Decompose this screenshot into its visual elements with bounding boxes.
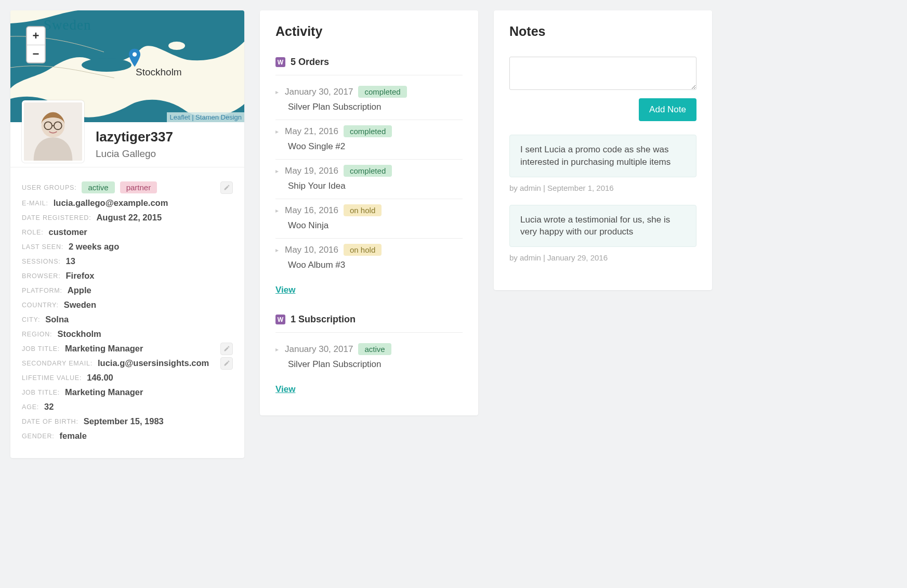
secemail-label: SECONDARY EMAIL: (22, 360, 93, 367)
jobtitle2-label: JOB TITLE: (22, 389, 60, 396)
order-item[interactable]: ▸January 30, 2017completedSilver Plan Su… (275, 81, 463, 120)
add-note-button[interactable]: Add Note (639, 98, 696, 121)
platform-label: PLATFORM: (22, 287, 62, 294)
subscriptions-header: W 1 Subscription (275, 314, 463, 333)
orders-list: ▸January 30, 2017completedSilver Plan Su… (275, 81, 463, 278)
dob-value: September 15, 1983 (84, 416, 164, 426)
note-item: I sent Lucia a promo code as she was int… (509, 135, 696, 177)
note-meta: by admin | September 1, 2016 (509, 184, 696, 192)
edit-jobtitle-icon[interactable] (220, 343, 233, 355)
woo-badge-icon: W (275, 57, 285, 67)
map-city-label: Stockholm (136, 67, 182, 78)
browser-label: BROWSER: (22, 272, 60, 280)
status-badge: active (358, 343, 391, 355)
gender-label: GENDER: (22, 433, 55, 440)
orders-header: W 5 Orders (275, 57, 463, 75)
zoom-out-button[interactable]: − (27, 45, 45, 62)
caret-right-icon: ▸ (275, 167, 279, 175)
order-name: Woo Ninja (288, 220, 463, 231)
age-value: 32 (44, 402, 54, 412)
orders-header-text: 5 Orders (291, 57, 329, 68)
sessions-label: SESSIONS: (22, 258, 61, 265)
activity-title: Activity (275, 24, 463, 39)
platform-value: Apple (68, 285, 91, 295)
caret-right-icon: ▸ (275, 346, 279, 353)
subscription-date: January 30, 2017 (285, 344, 353, 355)
order-name: Silver Plan Subscription (288, 102, 463, 112)
note-meta: by admin | January 29, 2016 (509, 253, 696, 262)
role-label: ROLE: (22, 229, 44, 236)
group-pill-partner: partner (120, 181, 157, 193)
order-name: Woo Album #3 (288, 260, 463, 270)
subscriptions-list: ▸January 30, 2017activeSilver Plan Subsc… (275, 338, 463, 377)
notes-card: Notes Add Note I sent Lucia a promo code… (494, 10, 712, 290)
user-groups-label: USER GROUPS: (22, 184, 76, 191)
svg-point-3 (133, 53, 137, 57)
profile-card: Sweden + − Stockholm Leaflet | Stamen De… (10, 10, 244, 458)
order-date: May 21, 2016 (285, 126, 338, 137)
city-label: CITY: (22, 316, 40, 323)
dob-label: DATE OF BIRTH: (22, 418, 78, 425)
city-value: Solna (45, 315, 69, 324)
order-date: May 16, 2016 (285, 205, 338, 216)
ltv-value: 146.00 (87, 373, 113, 383)
view-orders-link[interactable]: View (275, 285, 295, 295)
view-subscriptions-link[interactable]: View (275, 384, 295, 395)
activity-card: Activity W 5 Orders ▸January 30, 2017com… (260, 10, 478, 415)
edit-secemail-icon[interactable] (220, 357, 233, 370)
status-badge: completed (358, 86, 406, 98)
order-date: May 19, 2016 (285, 166, 338, 176)
map-country-label: Sweden (44, 17, 91, 33)
ltv-label: LIFETIME VALUE: (22, 374, 82, 382)
order-name: Woo Single #2 (288, 141, 463, 152)
lastseen-label: LAST SEEN: (22, 243, 63, 251)
note-input[interactable] (509, 57, 696, 90)
map-zoom-control: + − (26, 26, 46, 63)
order-item[interactable]: ▸May 16, 2016on holdWoo Ninja (275, 199, 463, 239)
subscriptions-header-text: 1 Subscription (291, 314, 356, 325)
notes-list: I sent Lucia a promo code as she was int… (509, 135, 696, 262)
email-label: E-MAIL: (22, 200, 48, 207)
region-label: REGION: (22, 331, 52, 338)
notes-title: Notes (509, 24, 696, 39)
svg-point-2 (168, 42, 185, 50)
registered-label: DATE REGISTERED: (22, 214, 91, 221)
role-value: customer (49, 227, 87, 237)
woo-badge-icon: W (275, 315, 285, 324)
age-label: AGE: (22, 403, 39, 411)
username: lazytiger337 (96, 129, 173, 145)
order-item[interactable]: ▸May 21, 2016completedWoo Single #2 (275, 120, 463, 160)
note-item: Lucia wrote a testimonial for us, she is… (509, 205, 696, 247)
zoom-in-button[interactable]: + (27, 27, 45, 45)
user-groups-row: USER GROUPS: active partner (22, 181, 233, 193)
status-badge: on hold (344, 244, 382, 256)
full-name: Lucia Gallego (96, 148, 173, 160)
jobtitle-value: Marketing Manager (65, 344, 143, 354)
lastseen-value: 2 weeks ago (69, 242, 119, 252)
edit-groups-icon[interactable] (220, 181, 233, 194)
gender-value: female (60, 431, 87, 441)
order-date: May 10, 2016 (285, 245, 338, 255)
map-attribution[interactable]: Leaflet | Stamen Design (167, 112, 244, 122)
secemail-value: lucia.g@usersinsights.com (98, 358, 209, 368)
browser-value: Firefox (65, 271, 94, 281)
jobtitle-label: JOB TITLE: (22, 345, 60, 352)
subscription-item[interactable]: ▸January 30, 2017activeSilver Plan Subsc… (275, 338, 463, 377)
caret-right-icon: ▸ (275, 88, 279, 96)
order-date: January 30, 2017 (285, 87, 353, 97)
jobtitle2-value: Marketing Manager (65, 387, 143, 397)
status-badge: on hold (344, 204, 382, 216)
sessions-value: 13 (66, 256, 75, 266)
caret-right-icon: ▸ (275, 207, 279, 214)
region-value: Stockholm (57, 329, 101, 339)
registered-value: August 22, 2015 (96, 213, 162, 223)
order-item[interactable]: ▸May 19, 2016completedShip Your Idea (275, 160, 463, 199)
caret-right-icon: ▸ (275, 128, 279, 135)
order-item[interactable]: ▸May 10, 2016on holdWoo Album #3 (275, 239, 463, 278)
subscription-name: Silver Plan Subscription (288, 359, 463, 370)
group-pill-active: active (82, 181, 114, 193)
profile-details: USER GROUPS: active partner E-MAIL:lucia… (10, 167, 244, 458)
country-label: COUNTRY: (22, 302, 59, 309)
country-value: Sweden (64, 300, 96, 310)
order-name: Ship Your Idea (288, 181, 463, 191)
